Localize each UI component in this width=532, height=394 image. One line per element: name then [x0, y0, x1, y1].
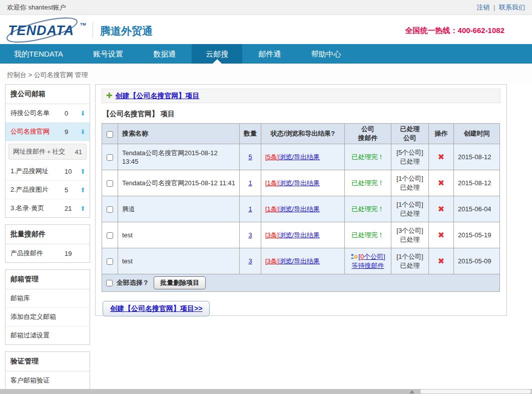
delete-row-icon[interactable]: ✖ — [438, 205, 444, 213]
row-checkbox[interactable] — [107, 180, 113, 187]
quantity-link[interactable]: 1 — [248, 205, 252, 213]
row-checkbox[interactable] — [107, 258, 113, 265]
sidebar-section-company-email: 搜公司邮箱 待搜公司名单 0 ⬇ 公司名搜官网 9 ⬇ 网址搜邮件＋社交 41 … — [5, 84, 90, 218]
row-checkbox[interactable] — [107, 232, 113, 239]
nav-tab-account-settings[interactable]: 账号设置 — [79, 44, 137, 64]
sidebar-item-url-search-social[interactable]: 网址搜邮件＋社交 41 — [9, 144, 87, 160]
sidebar-section-mailbox-management: 邮箱管理 邮箱库 添加自定义邮箱 邮箱过滤设置 — [5, 269, 90, 345]
logout-link[interactable]: 注销 — [476, 4, 489, 11]
sidebar-item-product-search-mail[interactable]: 产品搜邮件 19 — [6, 244, 90, 262]
nav-tab-my-tendata[interactable]: 我的TENDATA — [0, 44, 77, 64]
col-header-company-mail: 公司 搜邮件 — [345, 124, 391, 144]
view-export-results-link[interactable]: [3条]浏览/导出结果 — [265, 231, 320, 239]
table-row: test 3 [3条]浏览/导出结果 已处理完！ [3个公司] 已处理 ✖ 20… — [102, 222, 500, 248]
scrollbar-arrow-icon[interactable] — [409, 390, 414, 393]
logo-text: TENDATA — [8, 23, 74, 39]
scrollbar-thumb[interactable] — [420, 389, 531, 393]
header-select-checkbox[interactable] — [107, 131, 113, 138]
select-all-label: 全部选择？ — [117, 279, 149, 286]
sidebar-item-mailbox-library[interactable]: 邮箱库 — [6, 289, 90, 308]
select-all-checkbox[interactable] — [106, 280, 113, 286]
delete-row-icon[interactable]: ✖ — [438, 231, 444, 239]
nav-tab-data[interactable]: 数据通 — [139, 44, 190, 64]
created-date: 2015-08-12 — [454, 144, 500, 170]
col-header-processed-company: 已处理 公司 — [391, 124, 429, 144]
delete-row-icon[interactable]: ✖ — [438, 179, 444, 187]
table-footer-row: 全部选择？ 批量删除项目 — [102, 274, 500, 292]
created-date: 2015-08-12 — [454, 170, 500, 196]
horizontal-scrollbar[interactable] — [0, 389, 532, 394]
sidebar-item-mailbox-filter-settings[interactable]: 邮箱过滤设置 — [6, 326, 90, 344]
topbar-links: 注销 | 联系我们 — [476, 0, 525, 15]
sidebar: 搜公司邮箱 待搜公司名单 0 ⬇ 公司名搜官网 9 ⬇ 网址搜邮件＋社交 41 … — [5, 84, 90, 394]
processed-company: [1个公司] 已处理 — [391, 196, 429, 222]
item-count: 10 — [65, 168, 78, 175]
row-checkbox[interactable] — [107, 206, 113, 213]
table-row: Tendata公司名搜官网2015-08-12 11:41 1 [1条]浏览/导… — [102, 170, 500, 196]
sidebar-section-title: 验证管理 — [6, 352, 90, 371]
sidebar-section-title: 搜公司邮箱 — [6, 85, 90, 104]
mail-status: 已处理完！ — [352, 231, 384, 239]
col-header-action: 操作 — [429, 124, 454, 144]
nav-tab-cloud-mail-search[interactable]: 云邮搜 — [192, 44, 242, 64]
row-checkbox[interactable] — [107, 154, 113, 161]
sidebar-item-add-custom-mailbox[interactable]: 添加自定义邮箱 — [6, 308, 90, 326]
view-export-results-link[interactable]: [5条]浏览/导出结果 — [265, 153, 320, 161]
item-count: 0 — [65, 110, 78, 117]
sidebar-item-directory-yellowpages[interactable]: 3.名录·黄页 21 ⬆ — [6, 199, 90, 217]
create-project-bar: ✚ 创建【公司名搜官网】项目 — [102, 89, 500, 103]
col-header-status: 状态/浏览和导出结果? — [261, 124, 345, 144]
quantity-link[interactable]: 3 — [248, 231, 252, 239]
sidebar-item-product-search-url[interactable]: 1.产品搜网址 10 ⬆ — [6, 162, 90, 181]
people-search-icon — [350, 253, 358, 259]
logo-divider — [93, 22, 93, 38]
project-name: 腾道 — [118, 196, 240, 222]
sidebar-item-company-name-search[interactable]: 公司名搜官网 9 ⬇ — [6, 123, 90, 141]
created-date: 2015-06-04 — [454, 196, 500, 222]
sidebar-item-pending-company-list[interactable]: 待搜公司名单 0 ⬇ — [6, 104, 90, 123]
quantity-link[interactable]: 1 — [248, 179, 252, 187]
down-arrow-icon: ⬇ — [78, 128, 86, 136]
delete-row-icon[interactable]: ✖ — [438, 257, 444, 265]
up-arrow-icon: ⬆ — [78, 168, 86, 175]
processed-company: [5个公司] 已处理 — [391, 144, 429, 170]
sidebar-item-product-search-image[interactable]: 2.产品搜图片 5 ⬆ — [6, 181, 90, 199]
sidebar-section-title: 批量搜邮件 — [6, 225, 90, 244]
contact-link[interactable]: 联系我们 — [499, 4, 525, 11]
projects-table: 搜索名称 数量 状态/浏览和导出结果? 公司 搜邮件 已处理 公司 操作 创建时… — [102, 123, 500, 292]
view-export-results-link[interactable]: [3条]浏览/导出结果 — [265, 257, 320, 265]
delete-row-icon[interactable]: ✖ — [438, 153, 444, 161]
main-nav: 我的TENDATA 账号设置 数据通 云邮搜 邮件通 帮助中心 — [0, 44, 532, 64]
create-project-link[interactable]: 创建【公司名搜官网】项目 — [115, 92, 199, 100]
quantity-link[interactable]: 3 — [248, 257, 252, 265]
sidebar-item-customer-email-verification[interactable]: 客户邮箱验证 — [6, 371, 90, 389]
col-header-created: 创建时间 — [454, 124, 500, 144]
table-row: Tendata公司名搜官网2015-08-12 13:45 5 [5条]浏览/导… — [102, 144, 500, 170]
view-export-results-link[interactable]: [1条]浏览/导出结果 — [265, 205, 320, 213]
sidebar-section-title: 邮箱管理 — [6, 270, 90, 289]
processed-company: [1个公司] 已处理 — [391, 248, 429, 274]
view-export-results-link[interactable]: [1条]浏览/导出结果 — [265, 179, 320, 187]
project-name: Tendata公司名搜官网2015-08-12 13:45 — [118, 144, 240, 170]
project-name: test — [118, 222, 240, 248]
item-count: 41 — [75, 148, 82, 156]
create-project-button[interactable]: 创建【公司名搜官网】项目>> — [103, 301, 210, 316]
item-count: 5 — [65, 186, 78, 194]
col-header-quantity: 数量 — [240, 124, 261, 144]
waiting-mail-search-link[interactable]: [0个公司] 等待搜邮件 — [349, 253, 387, 270]
quantity-link[interactable]: 5 — [248, 153, 252, 161]
nav-tab-help-center[interactable]: 帮助中心 — [297, 44, 355, 64]
processed-company: [3个公司] 已处理 — [391, 222, 429, 248]
table-row: test 3 [3条]浏览/导出结果 [0个公司] 等待搜邮件 — [102, 248, 500, 274]
up-arrow-icon: ⬆ — [78, 186, 86, 194]
batch-delete-button[interactable]: 批量删除项目 — [154, 276, 206, 289]
project-name: Tendata公司名搜官网2015-08-12 11:41 — [118, 170, 240, 196]
created-date: 2015-05-19 — [454, 222, 500, 248]
up-arrow-icon: ⬆ — [78, 205, 86, 212]
processed-company: [1个公司] 已处理 — [391, 170, 429, 196]
project-name: test — [118, 248, 240, 274]
main-panel: ✚ 创建【公司名搜官网】项目 【公司名搜官网】 项目 搜索名称 数量 状态/浏览… — [95, 84, 507, 316]
mail-status: 已处理完！ — [352, 205, 384, 213]
nav-tab-mail[interactable]: 邮件通 — [244, 44, 295, 64]
table-header-row: 搜索名称 数量 状态/浏览和导出结果? 公司 搜邮件 已处理 公司 操作 创建时… — [102, 124, 500, 144]
